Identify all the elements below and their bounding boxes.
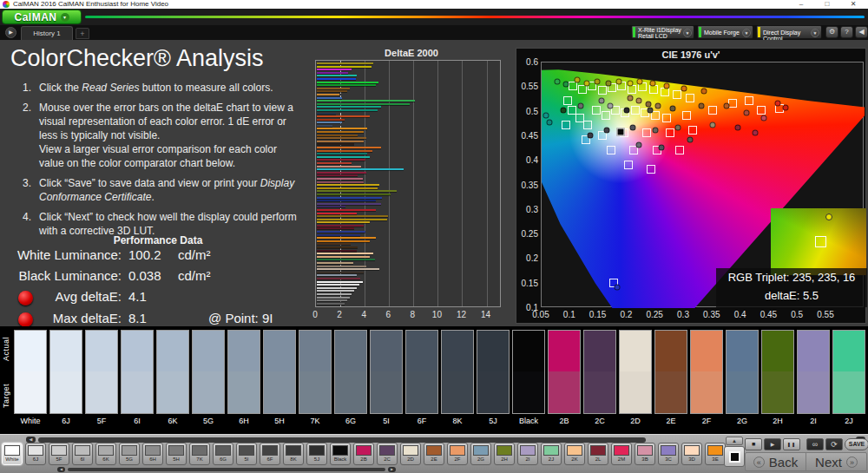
error-bar[interactable] [317,227,354,229]
refresh-icon[interactable]: ⟳ [825,438,843,450]
error-bar[interactable] [317,225,364,227]
error-bar[interactable] [317,78,356,80]
error-bar[interactable] [317,115,370,117]
display-control-dropdown[interactable]: Direct Display Control ▼ [756,25,822,39]
patch-button-3C[interactable]: 3C [658,443,679,465]
patch-button-3E[interactable]: 3E [705,443,726,465]
patch-button-2C[interactable]: 2C [377,443,398,465]
error-bar[interactable] [317,181,364,183]
meter-dropdown[interactable]: X-Rite i1Display Retail LCD (LED) ▼ [631,25,694,39]
play-read-series-button[interactable]: ▶ [764,438,781,450]
scroll-left-icon[interactable]: ◀ [26,437,36,443]
error-bar[interactable] [317,221,370,223]
settings-gear-icon[interactable]: ⚙ [825,26,838,38]
error-bar[interactable] [317,162,352,164]
patch-button-8K[interactable]: 8K [283,443,304,465]
error-bar[interactable] [317,153,367,154]
error-bar[interactable] [317,209,376,211]
patch-button-6I[interactable]: 6I [72,443,93,465]
error-bar[interactable] [317,113,336,115]
error-bar[interactable] [317,172,366,174]
error-bar[interactable] [317,159,365,161]
error-bar[interactable] [317,147,381,148]
error-bar[interactable] [317,174,358,176]
patch-button-6K[interactable]: 6K [95,443,116,465]
error-bar[interactable] [317,250,357,252]
error-bar[interactable] [317,150,372,152]
tab-scroll-button[interactable]: ▶ [5,27,16,38]
patch-button-3D[interactable]: 3D [681,443,702,465]
patch-button-5F[interactable]: 5F [49,443,69,465]
expand-up-button[interactable]: ▲ [726,437,743,445]
close-button[interactable]: ✕ [847,0,859,9]
error-bar[interactable] [317,299,347,301]
patch-button-2J[interactable]: 2J [541,443,562,465]
error-bar[interactable] [317,253,373,254]
stop-button[interactable]: ■ [745,438,762,450]
error-bar[interactable] [317,128,367,129]
scroll-right-icon[interactable]: ▶ [388,467,396,472]
error-bar[interactable] [317,90,347,92]
error-bar[interactable] [317,94,339,95]
error-bar[interactable] [317,200,376,201]
patch-button-2F[interactable]: 2F [447,443,468,465]
patch-button-Black[interactable]: Black [330,443,351,465]
error-bar[interactable] [317,187,378,189]
error-bar[interactable] [317,290,354,292]
error-bar[interactable] [317,106,381,108]
tab-history-1[interactable]: History 1 [21,26,73,40]
error-bar[interactable] [317,203,381,205]
error-bar[interactable] [317,268,379,270]
patch-button-2G[interactable]: 2G [470,443,491,465]
error-bar[interactable] [317,293,352,295]
patch-button-5G[interactable]: 5G [119,443,140,465]
error-bar[interactable] [317,297,350,299]
next-button[interactable]: Next » [806,453,866,470]
error-bar[interactable] [317,274,357,276]
error-bar[interactable] [317,234,360,236]
patch-button-6H[interactable]: 6H [142,443,163,465]
patch-button-2L[interactable]: 2L [588,443,608,465]
patch-button-2D[interactable]: 2D [400,443,421,465]
error-bar[interactable] [317,109,378,111]
error-bar[interactable] [317,213,357,214]
error-bar[interactable] [317,131,364,133]
patch-button-6G[interactable]: 6G [213,443,233,465]
patch-button-3B[interactable]: 3B [635,443,655,465]
error-bar[interactable] [317,82,378,83]
error-bar[interactable] [317,178,363,180]
error-bar[interactable] [317,97,342,99]
back-button[interactable]: « Back [746,453,806,470]
error-bar[interactable] [317,231,365,233]
loop-icon[interactable]: ∞ [806,438,824,450]
error-bar[interactable] [317,156,370,158]
error-bar[interactable] [317,272,364,273]
error-bar[interactable] [317,141,364,142]
error-bar[interactable] [317,262,353,264]
error-bar[interactable] [317,137,366,139]
patch-button-5H[interactable]: 5H [166,443,187,465]
error-bar[interactable] [317,266,366,267]
pause-button[interactable]: ❚❚ [783,438,800,450]
error-bar[interactable] [317,215,388,217]
error-bar[interactable] [317,84,376,86]
source-dropdown[interactable]: Mobile Forge ▼ [697,25,753,39]
patch-button-2M[interactable]: 2M [611,443,632,465]
error-bar[interactable] [317,287,357,289]
secondary-scrollbar[interactable] [68,468,385,471]
error-bar[interactable] [317,122,342,123]
error-bar[interactable] [317,100,415,102]
error-bar[interactable] [317,246,358,248]
patch-button-7K[interactable]: 7K [189,443,210,465]
error-bar[interactable] [317,184,379,186]
patch-button-2K[interactable]: 2K [564,443,585,465]
error-bar[interactable] [317,69,352,70]
help-icon[interactable]: ? [840,26,853,38]
error-bar[interactable] [317,75,357,76]
error-bar[interactable] [317,88,350,89]
error-bar[interactable] [317,168,404,170]
error-bar[interactable] [317,190,397,192]
patch-button-5J[interactable]: 5J [306,443,327,465]
error-bar[interactable] [317,243,351,245]
error-bar[interactable] [317,197,382,199]
